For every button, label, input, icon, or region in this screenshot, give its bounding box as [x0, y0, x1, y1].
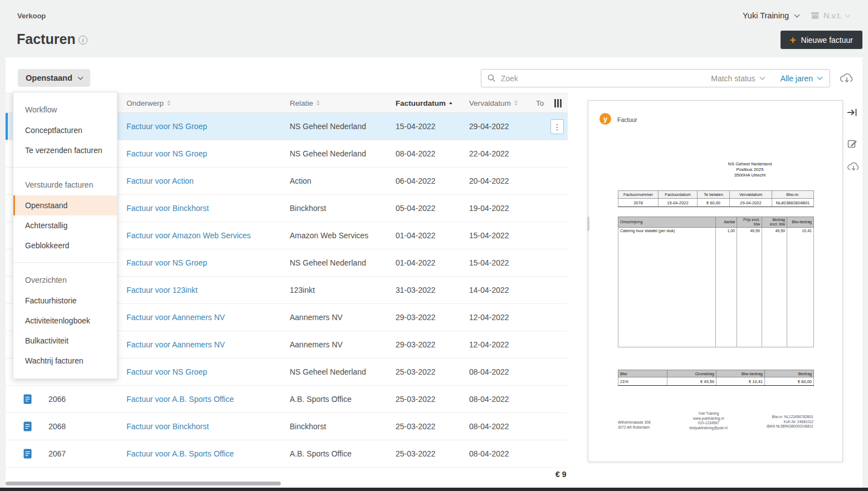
- sort-icon: [514, 100, 518, 106]
- invoice-subject-link[interactable]: Factuur voor Binckhorst: [126, 204, 209, 213]
- administration-name: N.v.t.: [823, 11, 842, 20]
- invoice-relation: 123inkt: [290, 277, 315, 303]
- invoice-subject-link[interactable]: Factuur voor Aannemers NV: [126, 340, 225, 349]
- main-panel: Openstaand Match status Alle jaren Onder…: [6, 57, 862, 488]
- export-download-icon[interactable]: [840, 72, 854, 86]
- invoice-subject-link[interactable]: Factuur voor Binckhorst: [126, 422, 209, 431]
- invoice-subject-link[interactable]: Factuur voor NS Groep: [126, 367, 207, 376]
- open-invoice-icon[interactable]: [847, 108, 859, 119]
- document-icon: [23, 421, 32, 431]
- chevron-down-icon: [817, 75, 823, 80]
- info-value: 29-04-2022: [730, 199, 772, 207]
- menu-item-geblokkeerd[interactable]: Geblokkeerd: [13, 235, 117, 256]
- table-row[interactable]: 2067 Factuur voor A.B. Sports Office A.B…: [6, 440, 568, 468]
- info-value: NL803882804B01: [772, 199, 814, 207]
- edit-icon[interactable]: [847, 139, 857, 151]
- download-icon[interactable]: [847, 161, 860, 174]
- column-chooser-icon[interactable]: [554, 99, 562, 107]
- info-header: Btw-nr.: [772, 191, 814, 199]
- footer-line: IBAN NL58INGB0000246811: [767, 424, 813, 429]
- footer-company: Yuki Training www.yukitraining.nl 010-12…: [690, 411, 728, 430]
- invoice-date: 31-03-2022: [396, 277, 436, 303]
- administration-icon: [811, 12, 820, 19]
- breadcrumb: Verkoop: [17, 12, 46, 20]
- invoice-subject-link[interactable]: Factuur voor Amazon Web Services: [126, 231, 251, 240]
- invoice-relation: A.B. Sports Office: [290, 440, 352, 467]
- invoice-subject-link[interactable]: Factuur voor 123inkt: [126, 286, 198, 294]
- invoice-relation: Action: [290, 168, 311, 194]
- match-status-dropdown[interactable]: Match status: [703, 74, 772, 83]
- footer-line: KvK-Nr. 24681012: [767, 420, 813, 425]
- info-value: 2078: [618, 199, 659, 207]
- administration-selector[interactable]: N.v.t.: [811, 11, 850, 20]
- invoice-subject-link[interactable]: Factuur voor A.B. Sports Office: [126, 449, 234, 458]
- invoice-subject-link[interactable]: Factuur voor Aannemers NV: [126, 313, 225, 322]
- invoice-subject-link[interactable]: Factuur voor A.B. Sports Office: [126, 395, 234, 404]
- menu-item-conceptfacturen[interactable]: Conceptfacturen: [13, 120, 117, 140]
- menu-item-openstaand[interactable]: Openstaand: [13, 195, 117, 215]
- column-header-totaal[interactable]: To: [536, 94, 544, 112]
- invoice-footer: Wilhelminakade 308 3072 AR Rotterdam Yuk…: [618, 411, 813, 430]
- column-header-onderwerp[interactable]: Onderwerp: [126, 94, 170, 112]
- yuki-logo: y: [599, 113, 611, 125]
- company-selector[interactable]: Yuki Training: [743, 11, 799, 20]
- info-value: 15-04-2022: [659, 199, 698, 207]
- footer-line: Btw-nr. NL123456782B01: [767, 415, 813, 420]
- menu-section-overzichten: Overzichten: [13, 269, 117, 291]
- invoice-totals-table: Btw Grondslag Btw-bedrag Bedrag 21% € 49…: [618, 370, 814, 386]
- column-header-factuurdatum[interactable]: Factuurdatum: [396, 94, 452, 112]
- invoice-due-date: 15-04-2022: [469, 222, 509, 249]
- invoice-due-date: 08-04-2022: [469, 413, 509, 440]
- footer-line: 3072 AR Rotterdam: [618, 425, 651, 430]
- menu-item-activiteitenlogboek[interactable]: Activiteitenlogboek: [13, 311, 117, 331]
- recipient-address: Postbus 2025: [705, 167, 794, 173]
- line-vat: 10,41: [787, 228, 814, 234]
- row-actions-kebab-icon[interactable]: ⋮: [550, 119, 564, 134]
- invoice-subject-link[interactable]: Factuur voor Action: [126, 176, 194, 185]
- menu-item-te-verzenden-facturen[interactable]: Te verzenden facturen: [13, 140, 117, 160]
- invoice-date: 05-04-2022: [396, 195, 436, 222]
- menu-item-achterstallig[interactable]: Achterstallig: [13, 215, 117, 235]
- invoice-number: 2068: [48, 413, 66, 440]
- new-invoice-button[interactable]: + Nieuwe factuur: [781, 31, 863, 49]
- menu-item-bulkactiviteit[interactable]: Bulkactiviteit: [13, 331, 117, 351]
- invoice-date: 01-04-2022: [396, 249, 436, 276]
- table-row[interactable]: 2066 Factuur voor A.B. Sports Office A.B…: [6, 386, 568, 413]
- footer-line: Yuki Training: [690, 411, 728, 416]
- invoice-due-date: 19-04-2022: [469, 195, 509, 222]
- lines-header: Omschrijving: [618, 217, 716, 228]
- preview-doc-type: Factuur: [617, 116, 637, 123]
- plus-icon: +: [790, 35, 796, 45]
- menu-item-factuurhistorie[interactable]: Factuurhistorie: [13, 291, 117, 311]
- menu-item-wachtrij-facturen[interactable]: Wachtrij facturen: [13, 351, 117, 371]
- invoice-filter-button[interactable]: Openstaand: [18, 69, 90, 87]
- preview-resize-handle[interactable]: [587, 217, 589, 231]
- search-input[interactable]: [496, 74, 703, 83]
- invoice-due-date: 20-04-2022: [469, 168, 509, 194]
- invoice-subject-link[interactable]: Factuur voor NS Groep: [126, 258, 207, 267]
- table-total: € 9: [555, 470, 568, 479]
- totals-value: € 60,00: [765, 377, 814, 386]
- invoice-subject-link[interactable]: Factuur voor NS Groep: [126, 149, 207, 158]
- invoice-relation: NS Geheel Nederland: [290, 140, 366, 167]
- invoice-date: 29-03-2022: [396, 304, 436, 331]
- year-filter-dropdown[interactable]: Alle jaren: [773, 74, 830, 83]
- sort-icon: [167, 100, 170, 106]
- column-header-vervaldatum[interactable]: Vervaldatum: [469, 94, 518, 112]
- page-title: Facturen: [17, 31, 76, 47]
- line-amount: 49,59: [762, 228, 787, 234]
- invoice-lines-table: Omschrijving Aantal Prijs excl. btw Bedr…: [618, 217, 814, 347]
- invoice-info-table: Factuurnummer Factuurdatum Te betalen Ve…: [618, 190, 814, 207]
- info-icon[interactable]: i: [79, 36, 87, 45]
- column-label: Vervaldatum: [469, 99, 511, 107]
- document-icon: [23, 449, 32, 459]
- horizontal-scrollbar[interactable]: [6, 482, 281, 485]
- table-row[interactable]: 2068 Factuur voor Binckhorst Binckhorst …: [6, 413, 568, 440]
- document-icon: [23, 394, 32, 404]
- totals-value: € 10,41: [716, 377, 765, 386]
- invoice-due-date: 08-04-2022: [469, 440, 509, 467]
- column-header-relatie[interactable]: Relatie: [290, 94, 320, 112]
- invoice-due-date: 12-04-2022: [469, 331, 509, 358]
- invoice-subject-link[interactable]: Factuur voor NS Groep: [126, 122, 207, 131]
- lines-header: Bedrag excl. btw: [762, 217, 787, 228]
